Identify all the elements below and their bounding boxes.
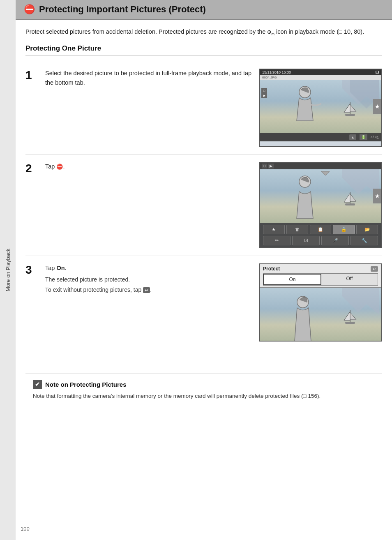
back-icon: ↩ (143, 287, 150, 293)
camera-screen-1: 15/11/2010 15:30 🎞 0004.JPG □ ▶ (259, 69, 382, 147)
svg-marker-4 (350, 104, 356, 112)
note-section: ✔ Note on Protecting Pictures Note that … (25, 374, 382, 406)
step-2-row: 2 Tap ⛔. □ ▶ (25, 155, 382, 256)
cam-scene-1: □ ▶ (260, 80, 381, 133)
cam-scene-3 (260, 288, 381, 341)
step-2-image: □ ▶ (259, 162, 382, 248)
star-corner-2: ★ (373, 189, 381, 203)
step-3-row: 3 Tap On. The selected picture is protec… (25, 256, 382, 349)
page-title: Protecting Important Pictures (Protect) (39, 4, 206, 15)
protect-back-btn[interactable]: ↩ (371, 266, 378, 272)
cam-icon-cam: □ (262, 164, 267, 168)
note-text: Note that formatting the camera's intern… (33, 392, 375, 400)
step-2-text: Tap ⛔. (45, 162, 252, 171)
protect-buttons: On Off (263, 273, 378, 286)
scene-svg-3 (268, 288, 379, 341)
cam-bottom-arrow[interactable]: ▲ (349, 134, 356, 140)
step-1-content: Select the desired picture to be protect… (45, 69, 252, 90)
step-1-text: Select the desired picture to be protect… (45, 69, 252, 88)
svg-marker-3 (344, 104, 350, 113)
sidebar: More on Playback (0, 0, 16, 540)
protect-icon: ⛔ (24, 4, 35, 15)
menu-item-check[interactable]: ☑ (292, 236, 320, 245)
protect-dialog: Protect ↩ On Off (260, 264, 381, 288)
svg-marker-10 (350, 194, 356, 201)
camera-screen-3: Protect ↩ On Off (259, 263, 382, 342)
cam-menu-row1: ★ 🗑 📋 🔒 📂 (263, 225, 378, 234)
cam-mode-icon: 🎞 (376, 71, 379, 74)
svg-rect-5 (345, 114, 355, 116)
cam-icon-play: ▶ (268, 164, 274, 168)
star-corner-1: ★ (373, 99, 381, 114)
protect-title-bar: Protect ↩ (263, 266, 378, 272)
cam-top-bar-2: □ ▶ (260, 163, 381, 169)
cam-frame-count: 4/ 41 (371, 135, 379, 139)
note-header: ✔ Note on Protecting Pictures (33, 380, 375, 389)
step-3-subtext2: To exit without protecting pictures, tap… (45, 286, 252, 294)
note-title: Note on Protecting Pictures (45, 381, 127, 388)
step-3-image: Protect ↩ On Off (259, 263, 382, 342)
protect-title: Protect (263, 266, 280, 272)
svg-marker-13 (321, 171, 330, 175)
svg-marker-17 (350, 312, 356, 320)
step-1-row: 1 Select the desired picture to be prote… (25, 61, 382, 155)
svg-marker-14 (342, 288, 379, 314)
body-content: Protect selected pictures from accidenta… (16, 20, 392, 540)
step-3-subtext1: The selected picture is protected. (45, 275, 252, 284)
header-bar: ⛔ Protecting Important Pictures (Protect… (16, 0, 392, 20)
intro-text: Protect selected pictures from accidenta… (25, 27, 382, 37)
step-3-text: Tap On. (45, 263, 252, 273)
menu-item-trash[interactable]: 🗑 (286, 225, 308, 234)
step-1-image: 15/11/2010 15:30 🎞 0004.JPG □ ▶ (259, 69, 382, 147)
main-content: ⛔ Protecting Important Pictures (Protect… (16, 0, 392, 540)
camera-screen-2: □ ▶ (259, 162, 382, 248)
playback-icons: □ ▶ (261, 88, 267, 98)
cam-menu-row2: ✏ ☑ 🎤 🔧 (263, 236, 378, 245)
menu-item-folder[interactable]: 📂 (356, 225, 378, 234)
menu-item-star[interactable]: ★ (263, 225, 285, 234)
sidebar-label: More on Playback (5, 249, 11, 291)
step-1-number: 1 (25, 69, 39, 81)
menu-item-copy[interactable]: 📋 (310, 225, 332, 234)
step-3-content: Tap On. The selected picture is protecte… (45, 263, 252, 294)
protect-off-btn[interactable]: Off (321, 274, 378, 285)
note-checkmark-icon: ✔ (33, 380, 42, 389)
cam-date: 15/11/2010 15:30 (262, 70, 291, 74)
cam-scene-2: ★ (260, 169, 381, 223)
cam-menu-overlay: ★ 🗑 📋 🔒 📂 ✏ ☑ 🎤 (260, 223, 381, 247)
section-title: Protecting One Picture (25, 44, 382, 55)
cam-filename: 0004.JPG (260, 75, 381, 80)
page-number: 100 (21, 526, 30, 532)
steps-container: 1 Select the desired picture to be prote… (25, 61, 382, 349)
camera-icon: □ (261, 88, 267, 93)
menu-item-settings[interactable]: 🔧 (350, 236, 378, 245)
step-2-number: 2 (25, 163, 39, 174)
cam-bottom-bar-1: ▲ 🔋 4/ 41 (260, 133, 381, 141)
svg-rect-11 (345, 203, 355, 205)
menu-item-mic[interactable]: 🎤 (321, 236, 349, 245)
play-icon: ▶ (261, 93, 267, 98)
svg-marker-16 (344, 312, 350, 321)
menu-item-protect[interactable]: 🔒 (333, 225, 355, 234)
step-2-content: Tap ⛔. (45, 162, 252, 174)
cam-battery: 🔋 (360, 134, 367, 140)
protect-on-btn[interactable]: On (263, 274, 321, 285)
svg-marker-9 (344, 193, 350, 202)
step-3-number: 3 (25, 264, 39, 276)
menu-item-edit[interactable]: ✏ (263, 236, 291, 245)
svg-rect-18 (345, 322, 355, 324)
scene-svg-1 (268, 80, 379, 125)
cam-info-bar-1: 15/11/2010 15:30 🎞 (260, 69, 381, 75)
scene-svg-2 (268, 169, 379, 223)
